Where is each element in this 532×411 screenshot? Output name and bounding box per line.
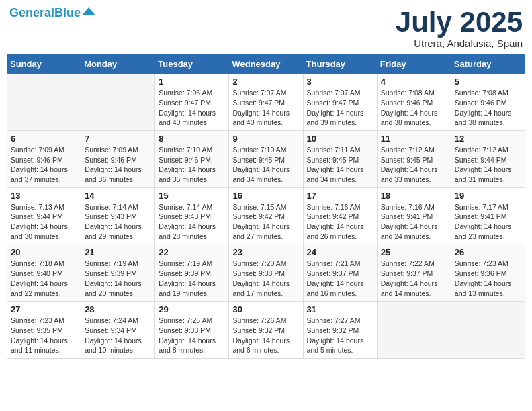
cell-details: Sunrise: 7:10 AMSunset: 9:45 PMDaylight:… (232, 145, 299, 185)
day-number: 31 (307, 304, 373, 314)
cell-details: Sunrise: 7:14 AMSunset: 9:43 PMDaylight:… (85, 202, 151, 242)
cell-details: Sunrise: 7:26 AMSunset: 9:32 PMDaylight:… (232, 316, 299, 355)
day-number: 21 (85, 247, 151, 257)
day-number: 22 (159, 247, 225, 257)
calendar-cell (451, 302, 525, 359)
cell-details: Sunrise: 7:19 AMSunset: 9:39 PMDaylight:… (159, 259, 225, 298)
calendar-cell: 22Sunrise: 7:19 AMSunset: 9:39 PMDayligh… (155, 244, 229, 302)
calendar-cell (7, 74, 81, 131)
calendar-week-row: 20Sunrise: 7:18 AMSunset: 9:40 PMDayligh… (7, 244, 525, 302)
cell-details: Sunrise: 7:10 AMSunset: 9:46 PMDaylight:… (159, 145, 225, 185)
weekday-header-row: SundayMondayTuesdayWednesdayThursdayFrid… (7, 55, 525, 74)
svg-marker-0 (82, 7, 95, 15)
weekday-header: Wednesday (229, 55, 303, 74)
calendar-table: SundayMondayTuesdayWednesdayThursdayFrid… (7, 54, 525, 359)
day-number: 16 (232, 191, 299, 201)
cell-details: Sunrise: 7:16 AMSunset: 9:41 PMDaylight:… (381, 202, 447, 242)
day-number: 20 (11, 247, 77, 257)
cell-details: Sunrise: 7:15 AMSunset: 9:42 PMDaylight:… (232, 202, 299, 242)
day-number: 1 (159, 77, 225, 87)
calendar-week-row: 6Sunrise: 7:09 AMSunset: 9:46 PMDaylight… (7, 130, 525, 187)
cell-details: Sunrise: 7:08 AMSunset: 9:46 PMDaylight:… (381, 88, 447, 128)
calendar-cell: 29Sunrise: 7:25 AMSunset: 9:33 PMDayligh… (155, 302, 229, 359)
page-header: GeneralBlue July 2025 Utrera, Andalusia,… (7, 7, 525, 49)
weekday-header: Sunday (7, 55, 81, 74)
cell-details: Sunrise: 7:19 AMSunset: 9:39 PMDaylight:… (85, 259, 151, 298)
logo: GeneralBlue (9, 7, 95, 19)
day-number: 19 (455, 191, 521, 201)
calendar-cell: 5Sunrise: 7:08 AMSunset: 9:46 PMDaylight… (451, 74, 525, 131)
calendar-cell: 13Sunrise: 7:13 AMSunset: 9:44 PMDayligh… (7, 187, 81, 244)
cell-details: Sunrise: 7:12 AMSunset: 9:44 PMDaylight:… (455, 145, 521, 185)
weekday-header: Friday (377, 55, 451, 74)
day-number: 5 (455, 77, 521, 87)
cell-details: Sunrise: 7:06 AMSunset: 9:47 PMDaylight:… (159, 88, 225, 128)
weekday-header: Monday (81, 55, 155, 74)
calendar-cell (81, 74, 155, 131)
calendar-cell: 30Sunrise: 7:26 AMSunset: 9:32 PMDayligh… (229, 302, 303, 359)
calendar-cell: 19Sunrise: 7:17 AMSunset: 9:41 PMDayligh… (451, 187, 525, 244)
weekday-header: Saturday (451, 55, 525, 74)
cell-details: Sunrise: 7:20 AMSunset: 9:38 PMDaylight:… (232, 259, 299, 298)
calendar-cell: 23Sunrise: 7:20 AMSunset: 9:38 PMDayligh… (229, 244, 303, 302)
day-number: 15 (159, 191, 225, 201)
calendar-cell: 24Sunrise: 7:21 AMSunset: 9:37 PMDayligh… (303, 244, 377, 302)
calendar-week-row: 27Sunrise: 7:23 AMSunset: 9:35 PMDayligh… (7, 302, 525, 359)
calendar-cell: 2Sunrise: 7:07 AMSunset: 9:47 PMDaylight… (229, 74, 303, 131)
calendar-cell: 25Sunrise: 7:22 AMSunset: 9:37 PMDayligh… (377, 244, 451, 302)
weekday-header: Thursday (303, 55, 377, 74)
calendar-cell: 9Sunrise: 7:10 AMSunset: 9:45 PMDaylight… (229, 130, 303, 187)
calendar-cell: 10Sunrise: 7:11 AMSunset: 9:45 PMDayligh… (303, 130, 377, 187)
calendar-cell: 12Sunrise: 7:12 AMSunset: 9:44 PMDayligh… (451, 130, 525, 187)
day-number: 8 (159, 134, 225, 144)
title-block: July 2025 Utrera, Andalusia, Spain (396, 7, 523, 49)
calendar-cell: 18Sunrise: 7:16 AMSunset: 9:41 PMDayligh… (377, 187, 451, 244)
calendar-cell: 14Sunrise: 7:14 AMSunset: 9:43 PMDayligh… (81, 187, 155, 244)
month-title: July 2025 (396, 7, 523, 38)
calendar-cell: 4Sunrise: 7:08 AMSunset: 9:46 PMDaylight… (377, 74, 451, 131)
cell-details: Sunrise: 7:14 AMSunset: 9:43 PMDaylight:… (159, 202, 225, 242)
cell-details: Sunrise: 7:17 AMSunset: 9:41 PMDaylight:… (455, 202, 521, 242)
calendar-cell: 31Sunrise: 7:27 AMSunset: 9:32 PMDayligh… (303, 302, 377, 359)
calendar-cell: 20Sunrise: 7:18 AMSunset: 9:40 PMDayligh… (7, 244, 81, 302)
calendar-cell: 17Sunrise: 7:16 AMSunset: 9:42 PMDayligh… (303, 187, 377, 244)
day-number: 25 (381, 247, 447, 257)
calendar-cell (377, 302, 451, 359)
day-number: 4 (381, 77, 447, 87)
cell-details: Sunrise: 7:16 AMSunset: 9:42 PMDaylight:… (307, 202, 373, 242)
calendar-cell: 3Sunrise: 7:07 AMSunset: 9:47 PMDaylight… (303, 74, 377, 131)
cell-details: Sunrise: 7:13 AMSunset: 9:44 PMDaylight:… (11, 202, 77, 242)
cell-details: Sunrise: 7:23 AMSunset: 9:36 PMDaylight:… (455, 259, 521, 298)
day-number: 18 (381, 191, 447, 201)
day-number: 30 (232, 304, 299, 314)
day-number: 28 (85, 304, 151, 314)
cell-details: Sunrise: 7:23 AMSunset: 9:35 PMDaylight:… (11, 316, 77, 355)
calendar-cell: 16Sunrise: 7:15 AMSunset: 9:42 PMDayligh… (229, 187, 303, 244)
day-number: 23 (232, 247, 299, 257)
calendar-week-row: 1Sunrise: 7:06 AMSunset: 9:47 PMDaylight… (7, 74, 525, 131)
calendar-cell: 21Sunrise: 7:19 AMSunset: 9:39 PMDayligh… (81, 244, 155, 302)
day-number: 24 (307, 247, 373, 257)
cell-details: Sunrise: 7:21 AMSunset: 9:37 PMDaylight:… (307, 259, 373, 298)
cell-details: Sunrise: 7:09 AMSunset: 9:46 PMDaylight:… (85, 145, 151, 185)
logo-text: GeneralBlue (9, 7, 81, 19)
day-number: 9 (232, 134, 299, 144)
day-number: 17 (307, 191, 373, 201)
cell-details: Sunrise: 7:11 AMSunset: 9:45 PMDaylight:… (307, 145, 373, 185)
day-number: 11 (381, 134, 447, 144)
logo-icon (82, 7, 95, 15)
cell-details: Sunrise: 7:09 AMSunset: 9:46 PMDaylight:… (11, 145, 77, 185)
day-number: 13 (11, 191, 77, 201)
calendar-cell: 15Sunrise: 7:14 AMSunset: 9:43 PMDayligh… (155, 187, 229, 244)
location: Utrera, Andalusia, Spain (396, 38, 523, 49)
day-number: 3 (307, 77, 373, 87)
calendar-cell: 27Sunrise: 7:23 AMSunset: 9:35 PMDayligh… (7, 302, 81, 359)
calendar-cell: 7Sunrise: 7:09 AMSunset: 9:46 PMDaylight… (81, 130, 155, 187)
calendar-cell: 6Sunrise: 7:09 AMSunset: 9:46 PMDaylight… (7, 130, 81, 187)
calendar-cell: 11Sunrise: 7:12 AMSunset: 9:45 PMDayligh… (377, 130, 451, 187)
day-number: 14 (85, 191, 151, 201)
day-number: 12 (455, 134, 521, 144)
weekday-header: Tuesday (155, 55, 229, 74)
cell-details: Sunrise: 7:12 AMSunset: 9:45 PMDaylight:… (381, 145, 447, 185)
day-number: 2 (232, 77, 299, 87)
